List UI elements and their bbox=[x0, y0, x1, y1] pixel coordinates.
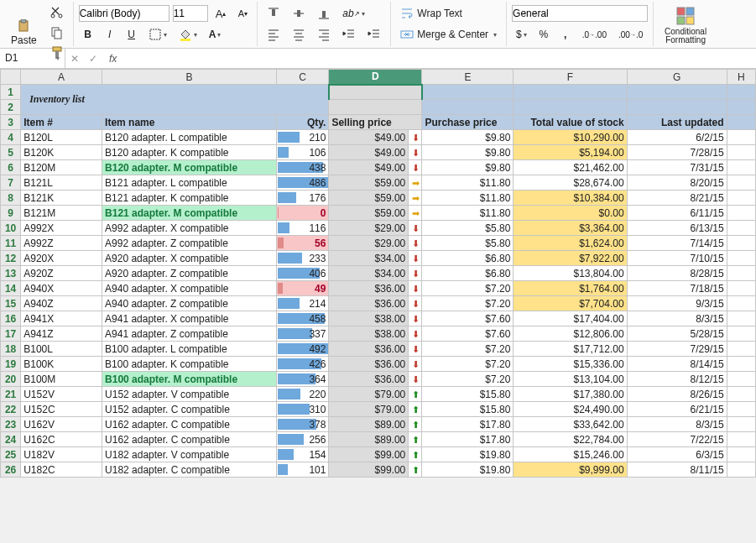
cell-updated[interactable]: 7/14/15 bbox=[627, 236, 727, 251]
cell-selling[interactable]: $59.00 bbox=[329, 175, 409, 191]
cell-item-name[interactable]: A920 adapter. Z compatible bbox=[102, 266, 277, 281]
cell-H[interactable] bbox=[727, 372, 755, 387]
cell-H[interactable] bbox=[727, 447, 755, 462]
cell-selling[interactable]: $49.00 bbox=[329, 160, 409, 175]
wrap-text-button[interactable]: Wrap Text bbox=[396, 4, 467, 23]
row-header-5[interactable]: 5 bbox=[1, 145, 21, 160]
cell-trend[interactable]: ⬇ bbox=[409, 311, 422, 326]
col-header-B[interactable]: B bbox=[102, 70, 277, 85]
cell-item-no[interactable]: U162V bbox=[21, 417, 102, 432]
cell-H[interactable] bbox=[727, 357, 755, 372]
cell-qty[interactable]: 214 bbox=[276, 296, 329, 311]
hdr-item-no[interactable]: Item # bbox=[21, 115, 102, 130]
decrease-font-button[interactable]: A▾ bbox=[233, 4, 252, 23]
cell-item-no[interactable]: A941X bbox=[21, 311, 102, 326]
merge-center-button[interactable]: Merge & Center bbox=[396, 25, 501, 44]
cell-total[interactable]: $7,704.00 bbox=[514, 296, 627, 311]
cell-updated[interactable]: 9/3/15 bbox=[627, 296, 727, 311]
cell-updated[interactable]: 8/26/15 bbox=[627, 387, 727, 402]
cell-item-name[interactable]: A920 adapter. X compatible bbox=[102, 251, 277, 266]
cell-item-no[interactable]: A920Z bbox=[21, 266, 102, 281]
row-header-16[interactable]: 16 bbox=[1, 311, 21, 326]
selected-cell-D1[interactable] bbox=[329, 85, 422, 100]
cell-qty[interactable]: 337 bbox=[276, 326, 329, 342]
border-button[interactable] bbox=[144, 25, 171, 44]
cell-selling[interactable]: $79.00 bbox=[329, 387, 409, 402]
cell-trend[interactable]: ⬇ bbox=[409, 130, 422, 145]
cell-item-name[interactable]: U162 adapter. C compatible bbox=[102, 417, 277, 432]
cell-purchase[interactable]: $11.80 bbox=[422, 191, 514, 206]
cell-H[interactable] bbox=[727, 296, 755, 311]
cell-purchase[interactable]: $15.80 bbox=[422, 387, 514, 402]
cell-item-no[interactable]: B100L bbox=[21, 342, 102, 357]
cell-trend[interactable]: ➡ bbox=[409, 191, 422, 206]
cell-trend[interactable]: ⬇ bbox=[409, 145, 422, 160]
row-header-8[interactable]: 8 bbox=[1, 191, 21, 206]
cell-item-no[interactable]: A940Z bbox=[21, 296, 102, 311]
cell-selling[interactable]: $29.00 bbox=[329, 236, 409, 251]
cell-purchase[interactable]: $17.80 bbox=[422, 432, 514, 447]
cell-qty[interactable]: 492 bbox=[276, 342, 329, 357]
cell-updated[interactable]: 8/21/15 bbox=[627, 191, 727, 206]
cell-qty[interactable]: 233 bbox=[276, 251, 329, 266]
cell-total[interactable]: $7,922.00 bbox=[514, 251, 627, 266]
cell-item-name[interactable]: A940 adapter. Z compatible bbox=[102, 296, 277, 311]
cell-trend[interactable]: ⬆ bbox=[409, 462, 422, 478]
cell-updated[interactable]: 7/18/15 bbox=[627, 281, 727, 296]
decrease-decimal-button[interactable]: .00→.0 bbox=[614, 25, 647, 44]
cell-updated[interactable]: 6/21/15 bbox=[627, 402, 727, 417]
cell-selling[interactable]: $36.00 bbox=[329, 342, 409, 357]
row-header-22[interactable]: 22 bbox=[1, 402, 21, 417]
cell-total[interactable]: $10,290.00 bbox=[514, 130, 627, 145]
cell-selling[interactable]: $79.00 bbox=[329, 402, 409, 417]
cell-total[interactable]: $12,806.00 bbox=[514, 326, 627, 342]
cell-trend[interactable]: ⬇ bbox=[409, 296, 422, 311]
cell-item-name[interactable]: A941 adapter. Z compatible bbox=[102, 326, 277, 342]
cell-item-no[interactable]: A941Z bbox=[21, 326, 102, 342]
cell-item-name[interactable]: B120 adapter. M compatible bbox=[102, 160, 277, 175]
cell-item-no[interactable]: A992X bbox=[21, 221, 102, 236]
cell-total[interactable]: $22,784.00 bbox=[514, 432, 627, 447]
cell-total[interactable]: $1,624.00 bbox=[514, 236, 627, 251]
cell-selling[interactable]: $59.00 bbox=[329, 206, 409, 221]
cell-qty[interactable]: 210 bbox=[276, 130, 329, 145]
cell-purchase[interactable]: $7.60 bbox=[422, 311, 514, 326]
cell-selling[interactable]: $89.00 bbox=[329, 417, 409, 432]
cell-total[interactable]: $17,404.00 bbox=[514, 311, 627, 326]
row-header-6[interactable]: 6 bbox=[1, 160, 21, 175]
cell-item-no[interactable]: B120M bbox=[21, 160, 102, 175]
underline-button[interactable]: U bbox=[123, 25, 141, 44]
cell-H[interactable] bbox=[727, 311, 755, 326]
cell-H1[interactable] bbox=[727, 85, 755, 100]
cell-qty[interactable]: 0 bbox=[276, 206, 329, 221]
cell-item-no[interactable]: B100K bbox=[21, 357, 102, 372]
col-header-C[interactable]: C bbox=[276, 70, 329, 85]
row-header-19[interactable]: 19 bbox=[1, 357, 21, 372]
cell-purchase[interactable]: $19.80 bbox=[422, 447, 514, 462]
cell-trend[interactable]: ⬇ bbox=[409, 281, 422, 296]
cell-qty[interactable]: 106 bbox=[276, 145, 329, 160]
cell-item-no[interactable]: A940X bbox=[21, 281, 102, 296]
cell-H[interactable] bbox=[727, 326, 755, 342]
cell-trend[interactable]: ⬇ bbox=[409, 372, 422, 387]
cell-selling[interactable]: $36.00 bbox=[329, 296, 409, 311]
cell-total[interactable]: $17,380.00 bbox=[514, 387, 627, 402]
cell-item-name[interactable]: A992 adapter. X compatible bbox=[102, 221, 277, 236]
cell-item-no[interactable]: A920X bbox=[21, 251, 102, 266]
cell-trend[interactable]: ⬆ bbox=[409, 402, 422, 417]
cell-item-name[interactable]: U152 adapter. V compatible bbox=[102, 387, 277, 402]
cell-total[interactable]: $5,194.00 bbox=[514, 145, 627, 160]
cell-purchase[interactable]: $6.80 bbox=[422, 251, 514, 266]
cell-item-no[interactable]: U152V bbox=[21, 387, 102, 402]
row-header-10[interactable]: 10 bbox=[1, 221, 21, 236]
cell-selling[interactable]: $89.00 bbox=[329, 432, 409, 447]
cell-selling[interactable]: $36.00 bbox=[329, 357, 409, 372]
row-header-23[interactable]: 23 bbox=[1, 417, 21, 432]
conditional-formatting-button[interactable]: Conditional Formatting bbox=[659, 3, 712, 47]
cell-purchase[interactable]: $7.20 bbox=[422, 357, 514, 372]
cell-trend[interactable]: ⬇ bbox=[409, 326, 422, 342]
cell-selling[interactable]: $59.00 bbox=[329, 191, 409, 206]
align-top-button[interactable] bbox=[263, 4, 284, 23]
cell-trend[interactable]: ⬇ bbox=[409, 236, 422, 251]
cell-item-name[interactable]: B100 adapter. K compatible bbox=[102, 357, 277, 372]
